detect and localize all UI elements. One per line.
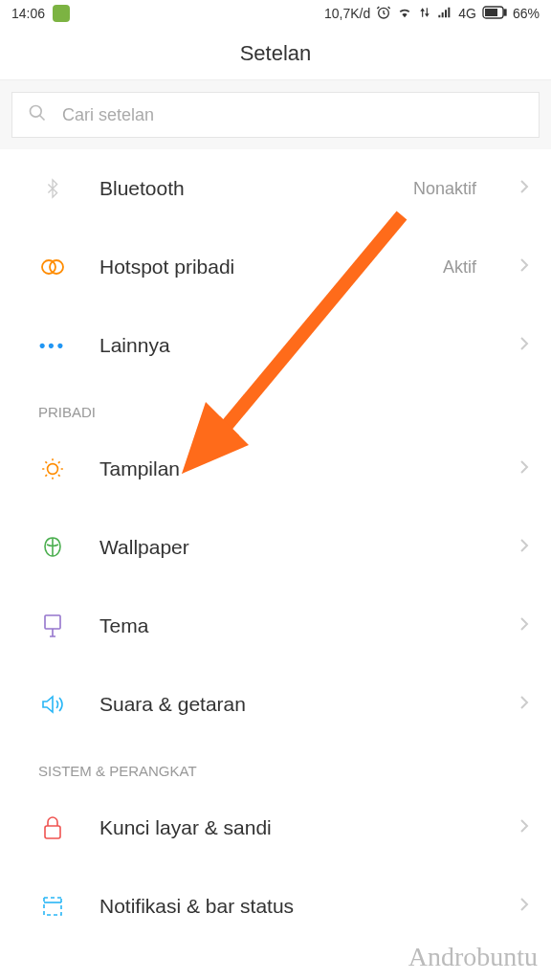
chevron-right-icon bbox=[518, 178, 530, 199]
item-notifikasi[interactable]: Notifikasi & bar status bbox=[0, 867, 551, 946]
svg-rect-2 bbox=[504, 10, 506, 15]
theme-icon bbox=[38, 612, 67, 640]
svg-point-4 bbox=[31, 106, 42, 118]
network-speed: 10,7K/d bbox=[324, 6, 370, 21]
hotspot-label: Hotspot pribadi bbox=[99, 256, 410, 278]
app-notification-icon bbox=[53, 5, 70, 22]
lock-icon bbox=[38, 813, 67, 842]
chevron-right-icon bbox=[518, 458, 530, 479]
search-input[interactable] bbox=[62, 105, 523, 125]
svg-point-6 bbox=[50, 260, 63, 274]
display-icon bbox=[38, 455, 67, 483]
search-icon bbox=[28, 103, 47, 126]
search-box[interactable] bbox=[11, 92, 540, 138]
kunci-label: Kunci layar & sandi bbox=[99, 816, 486, 839]
svg-point-7 bbox=[48, 464, 58, 475]
item-kunci[interactable]: Kunci layar & sandi bbox=[0, 789, 551, 867]
lainnya-label: Lainnya bbox=[99, 334, 486, 357]
item-wallpaper[interactable]: Wallpaper bbox=[0, 508, 551, 587]
wallpaper-icon bbox=[38, 533, 67, 562]
status-bar: 14:06 10,7K/d 4G 66% bbox=[0, 0, 551, 27]
item-tampilan[interactable]: Tampilan bbox=[0, 430, 551, 508]
status-time: 14:06 bbox=[11, 6, 45, 21]
section-pribadi: PRIBADI bbox=[0, 385, 551, 430]
bluetooth-icon bbox=[38, 174, 67, 203]
chevron-right-icon bbox=[518, 537, 530, 558]
watermark: Androbuntu bbox=[408, 942, 538, 972]
chevron-right-icon bbox=[518, 694, 530, 715]
svg-point-5 bbox=[42, 260, 55, 274]
more-dots-icon: ••• bbox=[38, 331, 67, 360]
alarm-icon bbox=[376, 5, 391, 23]
network-type: 4G bbox=[458, 6, 476, 21]
item-lainnya[interactable]: ••• Lainnya bbox=[0, 306, 551, 385]
tema-label: Tema bbox=[99, 614, 486, 637]
page-title: Setelan bbox=[240, 41, 312, 66]
svg-rect-3 bbox=[485, 9, 497, 16]
sound-icon bbox=[38, 690, 67, 719]
header: Setelan bbox=[0, 27, 551, 80]
section-sistem: SISTEM & PERANGKAT bbox=[0, 744, 551, 789]
chevron-right-icon bbox=[518, 896, 530, 917]
data-arrows-icon bbox=[418, 6, 431, 22]
wallpaper-label: Wallpaper bbox=[99, 536, 486, 559]
hotspot-icon bbox=[38, 253, 67, 281]
notification-bar-icon bbox=[38, 892, 67, 921]
item-tema[interactable]: Tema bbox=[0, 587, 551, 665]
svg-rect-8 bbox=[45, 615, 60, 629]
chevron-right-icon bbox=[518, 256, 530, 278]
search-container bbox=[0, 80, 551, 149]
battery-icon bbox=[482, 6, 507, 22]
item-hotspot[interactable]: Hotspot pribadi Aktif bbox=[0, 228, 551, 306]
hotspot-status: Aktif bbox=[443, 257, 476, 278]
wifi-icon bbox=[397, 5, 412, 23]
battery-percent: 66% bbox=[513, 6, 540, 21]
chevron-right-icon bbox=[518, 817, 530, 838]
bluetooth-status: Nonaktif bbox=[413, 179, 476, 199]
suara-label: Suara & getaran bbox=[99, 693, 486, 716]
notifikasi-label: Notifikasi & bar status bbox=[99, 895, 486, 918]
chevron-right-icon bbox=[518, 335, 530, 356]
bluetooth-label: Bluetooth bbox=[99, 177, 381, 200]
svg-rect-9 bbox=[45, 826, 60, 838]
item-suara[interactable]: Suara & getaran bbox=[0, 665, 551, 744]
item-bluetooth[interactable]: Bluetooth Nonaktif bbox=[0, 149, 551, 228]
signal-icon bbox=[437, 5, 452, 23]
tampilan-label: Tampilan bbox=[99, 457, 486, 480]
chevron-right-icon bbox=[518, 615, 530, 636]
